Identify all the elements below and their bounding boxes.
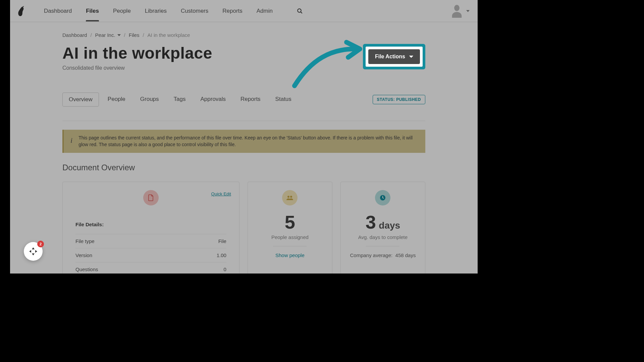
people-subtitle: People assigned xyxy=(271,234,309,240)
nav-customers[interactable]: Customers xyxy=(181,1,208,21)
days-to-complete-card: 3 days Avg. days to complete Company ave… xyxy=(340,182,425,274)
svg-point-0 xyxy=(298,9,301,12)
chevron-down-icon xyxy=(117,34,121,36)
file-details-heading: File Details: xyxy=(71,222,231,231)
notification-badge: 2 xyxy=(37,241,44,247)
tab-people[interactable]: People xyxy=(102,93,131,107)
crumb-dashboard[interactable]: Dashboard xyxy=(62,32,87,38)
detail-row: File type File xyxy=(75,234,226,248)
info-banner: i This page outlines the current status,… xyxy=(62,130,425,153)
quick-edit-link[interactable]: Quick Edit xyxy=(211,191,231,196)
tab-status[interactable]: Status xyxy=(269,93,298,107)
people-assigned-card: 5 People assigned Show people xyxy=(248,182,332,274)
help-widget[interactable]: 2 xyxy=(24,242,43,261)
nav-reports[interactable]: Reports xyxy=(222,1,243,21)
crumb-company[interactable]: Pear Inc. xyxy=(95,32,121,38)
tab-reports[interactable]: Reports xyxy=(234,93,267,107)
company-average: Company average: 458 days xyxy=(350,252,416,258)
top-nav: Dashboard Files People Libraries Custome… xyxy=(10,0,478,22)
highlight-callout: File Actions xyxy=(363,44,425,69)
nav-libraries[interactable]: Libraries xyxy=(145,1,167,21)
detail-row: Version 1.00 xyxy=(75,248,226,262)
file-icon xyxy=(143,190,159,205)
nav-files[interactable]: Files xyxy=(86,1,99,21)
tab-overview[interactable]: Overview xyxy=(62,93,99,107)
page-title: AI in the workplace xyxy=(62,44,212,62)
tab-groups[interactable]: Groups xyxy=(134,93,165,107)
detail-row: Questions 0 xyxy=(75,262,226,274)
subtabs: Overview People Groups Tags Approvals Re… xyxy=(62,93,298,107)
nav-people[interactable]: People xyxy=(113,1,131,21)
days-unit: days xyxy=(379,220,400,231)
divider xyxy=(62,121,425,121)
page-subtitle: Consolidated file overview xyxy=(62,65,212,71)
search-icon[interactable] xyxy=(297,8,303,14)
tab-tags[interactable]: Tags xyxy=(168,93,192,107)
svg-point-3 xyxy=(290,196,292,198)
days-count: 3 xyxy=(366,212,376,233)
info-icon: i xyxy=(70,135,72,146)
days-subtitle: Avg. days to complete xyxy=(358,234,408,240)
breadcrumb: Dashboard / Pear Inc. / Files / AI in th… xyxy=(62,32,425,38)
section-heading: Document Overview xyxy=(62,163,425,172)
crumb-files[interactable]: Files xyxy=(129,32,140,38)
profile-menu[interactable] xyxy=(451,4,470,18)
file-details-card: Quick Edit File Details: File type File … xyxy=(62,182,239,274)
show-people-link[interactable]: Show people xyxy=(275,252,305,258)
status-badge[interactable]: STATUS: PUBLISHED xyxy=(373,95,425,104)
clock-icon xyxy=(375,190,390,205)
crumb-current: AI in the workplace xyxy=(148,32,190,38)
widget-logo-icon xyxy=(29,247,38,256)
nav-dashboard[interactable]: Dashboard xyxy=(44,1,72,21)
tab-approvals[interactable]: Approvals xyxy=(194,93,232,107)
chevron-down-icon xyxy=(409,55,413,58)
avatar-icon xyxy=(451,4,463,18)
file-actions-button[interactable]: File Actions xyxy=(368,49,420,64)
chevron-down-icon xyxy=(466,10,470,12)
svg-line-1 xyxy=(301,12,302,13)
brand-logo xyxy=(18,6,25,16)
people-icon xyxy=(282,190,298,205)
nav-admin[interactable]: Admin xyxy=(257,1,273,21)
svg-point-2 xyxy=(287,196,289,198)
people-count: 5 xyxy=(285,212,295,233)
